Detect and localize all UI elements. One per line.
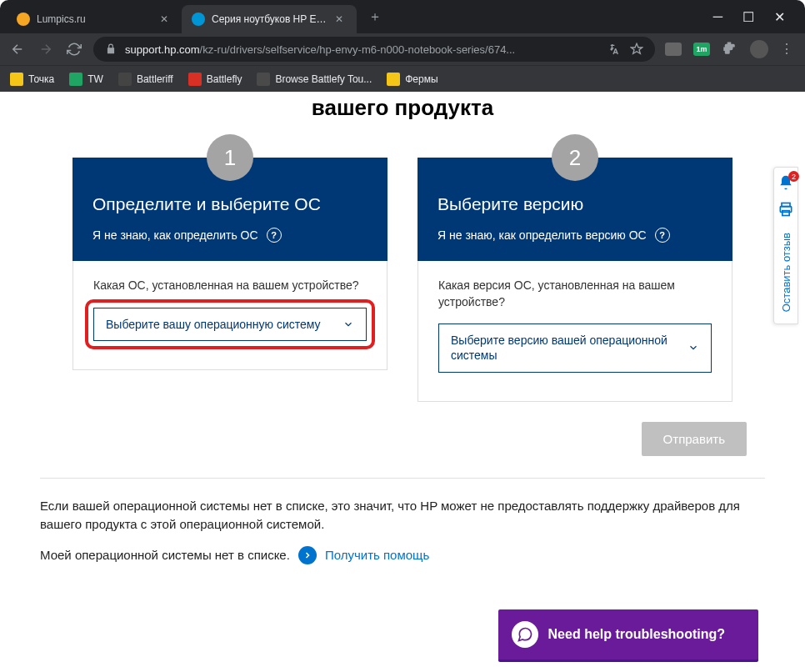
chat-widget[interactable]: Need help troubleshooting? (498, 609, 758, 662)
close-icon[interactable]: ✕ (335, 13, 347, 25)
step-body: Какая версия ОС, установленная на вашем … (418, 261, 732, 402)
ext-icon-1[interactable] (665, 43, 682, 56)
page-content: вашего продукта 1 Определите и выберите … (0, 92, 805, 672)
version-dropdown[interactable]: Выберите версию вашей операционной систе… (438, 323, 712, 372)
bookmark-battlefy[interactable]: Browse Battlefy Tou... (257, 73, 372, 86)
get-help-link[interactable]: Получить помощь (325, 548, 429, 562)
url-box[interactable]: support.hp.com/kz-ru/drivers/selfservice… (93, 37, 655, 62)
feedback-button[interactable]: Оставить отзыв (780, 228, 792, 317)
lock-icon (105, 43, 117, 55)
tab-title: Серия ноутбуков HP ENVY m6-n (212, 13, 328, 25)
floating-sidebar: 2 Оставить отзыв (773, 167, 798, 324)
extension-icons: 1m ⋮ (665, 40, 797, 58)
step-heading: Определите и выберите ОС (92, 194, 368, 214)
step-heading: Выберите версию (438, 194, 712, 214)
ext-icon-2[interactable]: 1m (693, 43, 710, 56)
bookmark-tochka[interactable]: Точка (10, 73, 54, 86)
help-icon: ? (655, 228, 670, 243)
close-window-icon[interactable]: ✕ (774, 9, 785, 25)
step-help-link[interactable]: Я не знаю, как определить версию ОС ? (438, 228, 712, 243)
step-question: Какая ОС, установленная на вашем устройс… (93, 278, 367, 294)
arrow-circle-icon (298, 546, 317, 564)
new-tab-button[interactable]: ＋ (363, 5, 387, 28)
tab-lumpics[interactable]: Lumpics.ru ✕ (7, 5, 182, 33)
url-text: support.hp.com/kz-ru/drivers/selfservice… (125, 43, 600, 56)
bookmark-fermy[interactable]: Фермы (387, 73, 438, 86)
help-icon: ? (267, 228, 282, 243)
chat-text: Need help troubleshooting? (548, 627, 725, 642)
bookmark-tw[interactable]: TW (69, 73, 103, 86)
step-question: Какая версия ОС, установленная на вашем … (438, 278, 712, 310)
bookmarks-bar: Точка TW Battleriff Battlefly Browse Bat… (0, 65, 805, 92)
forward-button[interactable] (37, 40, 55, 58)
bookmark-battleriff[interactable]: Battleriff (118, 73, 173, 86)
step-number: 2 (552, 134, 598, 181)
reload-button[interactable] (65, 40, 83, 58)
maximize-icon[interactable]: ☐ (742, 9, 754, 25)
favicon-lumpics (17, 13, 30, 26)
tab-bar: Lumpics.ru ✕ Серия ноутбуков HP ENVY m6-… (0, 0, 805, 33)
profile-avatar[interactable] (750, 40, 768, 58)
step-body: Какая ОС, установленная на вашем устройс… (72, 261, 388, 370)
tab-hp[interactable]: Серия ноутбуков HP ENVY m6-n ✕ (182, 5, 357, 33)
ext-icon-3[interactable] (722, 41, 738, 58)
address-bar: support.hp.com/kz-ru/drivers/selfservice… (0, 33, 805, 65)
step-help-link[interactable]: Я не знаю, как определить ОС ? (92, 228, 368, 243)
steps-container: 1 Определите и выберите ОС Я не знаю, ка… (0, 134, 805, 402)
close-icon[interactable]: ✕ (160, 13, 172, 25)
os-dropdown[interactable]: Выберите вашу операционную систему (93, 308, 367, 341)
notifications-button[interactable]: 2 (778, 174, 794, 191)
step-number: 1 (207, 134, 253, 181)
window-controls: ─ ☐ ✕ (713, 9, 798, 25)
info-text: Если вашей операционной системы нет в сп… (0, 479, 805, 534)
step-1: 1 Определите и выберите ОС Я не знаю, ка… (72, 134, 388, 402)
help-link-row: Моей операционной системы нет в списке. … (0, 534, 805, 576)
chevron-down-icon (688, 342, 699, 354)
notification-badge: 2 (788, 171, 799, 182)
submit-row: Отправить (0, 402, 805, 456)
page-title: вашего продукта (0, 92, 805, 134)
no-os-text: Моей операционной системы нет в списке. (40, 548, 290, 562)
chat-icon (512, 621, 538, 648)
back-button[interactable] (8, 40, 27, 58)
tab-title: Lumpics.ru (37, 13, 153, 25)
browser-chrome: Lumpics.ru ✕ Серия ноутбуков HP ENVY m6-… (0, 0, 805, 92)
print-button[interactable] (778, 201, 794, 218)
highlight-box: Выберите вашу операционную систему (85, 299, 375, 349)
star-icon[interactable] (630, 43, 643, 56)
chevron-down-icon (342, 318, 354, 330)
translate-icon[interactable] (608, 43, 622, 56)
submit-button[interactable]: Отправить (642, 422, 747, 456)
step-2: 2 Выберите версию Я не знаю, как определ… (418, 134, 732, 402)
bookmark-battlefly[interactable]: Battlefly (188, 73, 242, 86)
menu-icon[interactable]: ⋮ (780, 41, 797, 58)
favicon-hp (192, 13, 205, 26)
minimize-icon[interactable]: ─ (713, 9, 722, 25)
